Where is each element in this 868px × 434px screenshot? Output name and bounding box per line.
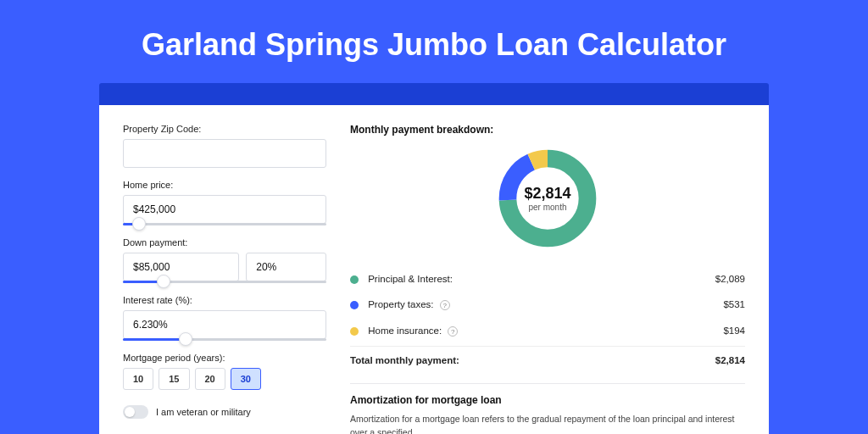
- veteran-toggle[interactable]: [123, 405, 148, 419]
- form-panel: Property Zip Code: Home price: Down paym…: [123, 124, 326, 434]
- page-title: Garland Springs Jumbo Loan Calculator: [0, 0, 868, 83]
- interest-rate-group: Interest rate (%):: [123, 295, 326, 341]
- breakdown-row-total: Total monthly payment: $2,814: [350, 346, 745, 373]
- home-price-input[interactable]: [123, 195, 326, 224]
- breakdown-label: Home insurance:: [368, 326, 442, 336]
- help-icon[interactable]: ?: [440, 300, 450, 310]
- slider-thumb[interactable]: [132, 217, 146, 231]
- breakdown-label: Property taxes:: [368, 299, 433, 309]
- accent-bar: [99, 83, 769, 105]
- period-group: Mortgage period (years): 10 15 20 30: [123, 353, 326, 390]
- amortization-section: Amortization for mortgage loan Amortizat…: [350, 383, 745, 434]
- breakdown-row-principal: Principal & Interest: $2,089: [350, 266, 745, 292]
- period-option-30[interactable]: 30: [231, 368, 261, 390]
- breakdown-row-insurance: Home insurance: ? $194: [350, 318, 745, 344]
- amortization-title: Amortization for mortgage loan: [350, 394, 745, 406]
- zip-group: Property Zip Code:: [123, 124, 326, 168]
- period-row: 10 15 20 30: [123, 368, 326, 390]
- calculator-card: Property Zip Code: Home price: Down paym…: [99, 105, 769, 434]
- breakdown-panel: Monthly payment breakdown: $2,814 per mo…: [350, 124, 745, 434]
- slider-thumb[interactable]: [157, 275, 170, 288]
- zip-input[interactable]: [123, 139, 326, 168]
- donut-chart: $2,814 per month: [495, 146, 600, 251]
- down-payment-group: Down payment:: [123, 237, 326, 283]
- breakdown-value: $194: [723, 326, 745, 336]
- dot-icon: [350, 327, 359, 336]
- down-payment-label: Down payment:: [123, 237, 326, 248]
- breakdown-row-taxes: Property taxes: ? $531: [350, 292, 745, 318]
- interest-rate-label: Interest rate (%):: [123, 295, 326, 305]
- period-option-20[interactable]: 20: [195, 368, 225, 390]
- donut-center-amount: $2,814: [524, 185, 570, 203]
- dot-icon: [350, 275, 359, 284]
- donut-center-sub: per month: [528, 203, 566, 212]
- dot-icon: [350, 301, 359, 309]
- breakdown-label: Principal & Interest:: [368, 274, 453, 284]
- breakdown-value: $531: [723, 299, 745, 309]
- down-payment-amount-input[interactable]: [123, 253, 239, 281]
- veteran-label: I am veteran or military: [156, 407, 251, 417]
- period-label: Mortgage period (years):: [123, 353, 326, 363]
- donut-chart-wrap: $2,814 per month: [350, 146, 745, 251]
- slider-thumb[interactable]: [179, 332, 192, 346]
- home-price-group: Home price:: [123, 180, 326, 225]
- home-price-label: Home price:: [123, 180, 326, 190]
- down-payment-pct-input[interactable]: [246, 253, 326, 281]
- breakdown-value: $2,089: [715, 274, 745, 284]
- toggle-knob: [125, 407, 135, 417]
- interest-rate-input[interactable]: [123, 310, 326, 339]
- down-payment-slider[interactable]: [123, 281, 326, 283]
- total-value: $2,814: [715, 355, 745, 365]
- help-icon[interactable]: ?: [448, 326, 458, 337]
- veteran-row: I am veteran or military: [123, 405, 326, 419]
- period-option-10[interactable]: 10: [123, 368, 153, 390]
- breakdown-title: Monthly payment breakdown:: [350, 124, 745, 136]
- interest-rate-slider[interactable]: [123, 338, 326, 341]
- home-price-slider[interactable]: [123, 223, 326, 225]
- amortization-text: Amortization for a mortgage loan refers …: [350, 413, 745, 434]
- period-option-15[interactable]: 15: [159, 368, 189, 390]
- zip-label: Property Zip Code:: [123, 124, 326, 134]
- total-label: Total monthly payment:: [350, 355, 459, 365]
